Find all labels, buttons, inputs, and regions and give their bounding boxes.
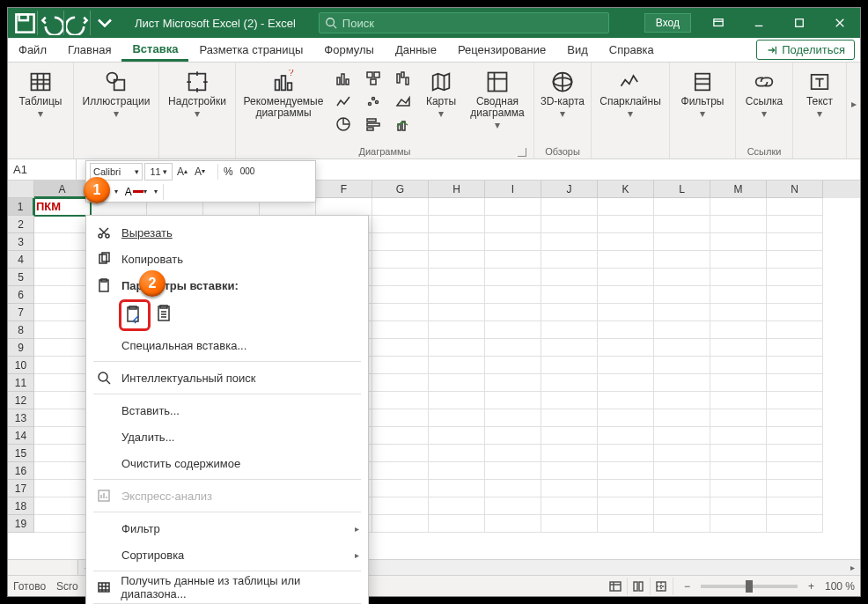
ctx-smart-lookup[interactable]: Интеллектуальный поиск bbox=[86, 365, 368, 391]
cell[interactable] bbox=[767, 304, 823, 321]
maps-button[interactable]: Карты▾ bbox=[421, 66, 461, 120]
cell[interactable] bbox=[598, 374, 654, 392]
cell[interactable] bbox=[767, 233, 823, 251]
cell[interactable] bbox=[372, 462, 429, 480]
cell[interactable] bbox=[372, 480, 429, 497]
cell[interactable] bbox=[598, 304, 654, 321]
row-header[interactable]: 2 bbox=[8, 216, 34, 233]
row-header[interactable]: 12 bbox=[8, 392, 34, 409]
cell[interactable] bbox=[710, 445, 767, 462]
cell[interactable] bbox=[598, 339, 654, 357]
cell[interactable] bbox=[429, 445, 485, 462]
share-button[interactable]: Поделиться bbox=[756, 40, 855, 60]
cell[interactable] bbox=[654, 497, 710, 515]
cell[interactable] bbox=[34, 427, 91, 445]
tables-button[interactable]: Таблицы▾ bbox=[13, 66, 68, 120]
cell[interactable] bbox=[710, 357, 767, 374]
row-header[interactable]: 7 bbox=[8, 304, 34, 321]
cell[interactable] bbox=[541, 233, 598, 251]
cell[interactable] bbox=[710, 339, 767, 357]
cell[interactable] bbox=[372, 269, 429, 286]
increase-decimal-icon[interactable] bbox=[166, 183, 172, 201]
ctx-sort[interactable]: Сортировка▸ bbox=[86, 541, 368, 568]
cell[interactable] bbox=[541, 357, 598, 374]
cell[interactable] bbox=[654, 304, 710, 321]
minimize-icon[interactable] bbox=[739, 8, 779, 38]
cell[interactable] bbox=[372, 445, 429, 462]
cell[interactable] bbox=[710, 233, 767, 251]
cell[interactable] bbox=[34, 269, 91, 286]
accounting-format-icon[interactable] bbox=[210, 163, 215, 180]
cell[interactable] bbox=[767, 445, 823, 462]
row-header[interactable]: 5 bbox=[8, 269, 34, 286]
cell[interactable] bbox=[429, 515, 485, 533]
cell[interactable] bbox=[485, 269, 541, 286]
cell[interactable] bbox=[485, 462, 541, 480]
cell[interactable] bbox=[767, 198, 823, 216]
cell[interactable] bbox=[767, 392, 823, 409]
view-normal-icon[interactable] bbox=[605, 578, 628, 595]
cell[interactable] bbox=[767, 251, 823, 269]
cell[interactable] bbox=[710, 480, 767, 497]
cell[interactable] bbox=[429, 409, 485, 427]
cell[interactable] bbox=[34, 216, 91, 233]
format-painter-icon[interactable] bbox=[180, 183, 186, 201]
cell[interactable] bbox=[372, 392, 429, 409]
cell[interactable] bbox=[710, 409, 767, 427]
cell[interactable] bbox=[34, 286, 91, 304]
cell[interactable] bbox=[654, 445, 710, 462]
cell[interactable] bbox=[541, 321, 598, 339]
cell[interactable] bbox=[485, 339, 541, 357]
cell[interactable] bbox=[485, 286, 541, 304]
zoom-level[interactable]: 100 % bbox=[825, 580, 855, 593]
signin-button[interactable]: Вход bbox=[644, 13, 691, 33]
map3d-button[interactable]: 3D-карта▾ bbox=[540, 66, 585, 120]
cell[interactable]: ПКМ bbox=[34, 198, 91, 216]
cell[interactable] bbox=[316, 198, 372, 216]
save-icon[interactable] bbox=[13, 11, 38, 35]
row-header[interactable]: 18 bbox=[8, 497, 34, 515]
cell[interactable] bbox=[429, 392, 485, 409]
cell[interactable] bbox=[598, 216, 654, 233]
cell[interactable] bbox=[541, 269, 598, 286]
percent-format-icon[interactable]: % bbox=[221, 163, 236, 180]
cell[interactable] bbox=[710, 497, 767, 515]
cell[interactable] bbox=[485, 427, 541, 445]
cell[interactable] bbox=[485, 480, 541, 497]
cell[interactable] bbox=[598, 233, 654, 251]
cell[interactable] bbox=[485, 515, 541, 533]
cell[interactable] bbox=[767, 321, 823, 339]
chart-waterfall-icon[interactable] bbox=[391, 68, 416, 89]
cell[interactable] bbox=[541, 409, 598, 427]
row-header[interactable]: 13 bbox=[8, 409, 34, 427]
decrease-decimal-icon[interactable] bbox=[173, 183, 179, 201]
tab-file[interactable]: Файл bbox=[8, 38, 57, 62]
cell[interactable] bbox=[767, 462, 823, 480]
tab-view[interactable]: Вид bbox=[556, 38, 599, 62]
chart-pie-icon[interactable] bbox=[331, 114, 356, 135]
cell[interactable] bbox=[34, 233, 91, 251]
cell[interactable] bbox=[598, 445, 654, 462]
cell[interactable] bbox=[372, 427, 429, 445]
row-header[interactable]: 4 bbox=[8, 251, 34, 269]
tab-help[interactable]: Справка bbox=[599, 38, 665, 62]
cell[interactable] bbox=[598, 269, 654, 286]
filters-button[interactable]: Фильтры▾ bbox=[675, 66, 730, 120]
cell[interactable] bbox=[34, 515, 91, 533]
cell[interactable] bbox=[710, 515, 767, 533]
cell[interactable] bbox=[541, 198, 598, 216]
undo-icon[interactable] bbox=[40, 11, 64, 35]
cell[interactable] bbox=[767, 357, 823, 374]
cell[interactable] bbox=[372, 374, 429, 392]
cell[interactable] bbox=[598, 427, 654, 445]
cell[interactable] bbox=[429, 286, 485, 304]
cell[interactable] bbox=[541, 251, 598, 269]
cell[interactable] bbox=[654, 515, 710, 533]
col-header[interactable]: L bbox=[654, 180, 710, 198]
chart-hierarchy-icon[interactable] bbox=[361, 68, 386, 89]
illustrations-button[interactable]: Иллюстрации▾ bbox=[79, 66, 153, 120]
cell[interactable] bbox=[767, 515, 823, 533]
cell[interactable] bbox=[34, 339, 91, 357]
ctx-get-data-table[interactable]: Получить данные из таблицы или диапазона… bbox=[86, 574, 368, 600]
cell[interactable] bbox=[541, 392, 598, 409]
